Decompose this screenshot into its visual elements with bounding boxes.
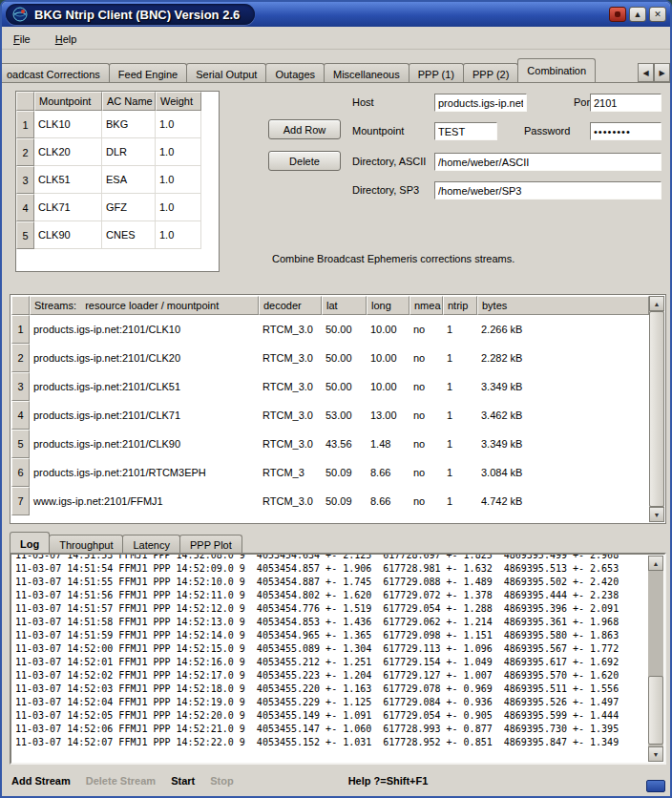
stream-cell[interactable]: products.igs-ip.net:2101/CLK51 xyxy=(30,372,259,401)
host-input[interactable] xyxy=(434,94,527,112)
table-cell[interactable]: CLK71 xyxy=(34,194,102,221)
menu-help[interactable]: Help xyxy=(52,32,81,47)
password-input[interactable] xyxy=(590,122,662,140)
minimize-button[interactable] xyxy=(609,7,626,22)
tab-ppp-2[interactable]: PPP (2) xyxy=(463,63,518,82)
table-cell[interactable]: ESA xyxy=(102,166,156,194)
resize-grip[interactable] xyxy=(646,780,665,792)
add-row-button[interactable]: Add Row xyxy=(268,119,341,139)
stream-cell[interactable]: 1 xyxy=(443,487,477,515)
tab-serial-output[interactable]: Serial Output xyxy=(186,63,266,82)
table-cell[interactable]: 1.0 xyxy=(156,166,201,194)
stream-cell[interactable]: 1 xyxy=(443,315,477,344)
stream-cell[interactable]: no xyxy=(410,315,443,344)
stream-cell[interactable]: RTCM_3.0 xyxy=(259,344,322,372)
stream-cell[interactable]: 3.084 kB xyxy=(477,458,649,487)
stream-cell[interactable]: 8.66 xyxy=(367,458,410,487)
directory-ascii-input[interactable] xyxy=(434,153,662,171)
scrollbar-thumb[interactable] xyxy=(648,676,663,745)
table-cell[interactable]: CLK10 xyxy=(34,111,102,138)
stream-cell[interactable]: 3.462 kB xyxy=(477,401,649,430)
start-button[interactable]: Start xyxy=(171,775,195,787)
table-cell[interactable]: 1.0 xyxy=(156,111,201,138)
tab-outages[interactable]: Outages xyxy=(265,63,325,82)
scroll-down-button[interactable]: ▼ xyxy=(649,507,664,522)
log-scrollbar[interactable]: ▲ ▼ xyxy=(648,556,663,762)
scroll-up-button[interactable]: ▲ xyxy=(648,556,663,571)
stream-cell[interactable]: RTCM_3.0 xyxy=(259,487,322,515)
close-button[interactable]: ✕ xyxy=(649,7,666,22)
stream-cell[interactable]: no xyxy=(410,430,443,458)
streams-scrollbar[interactable]: ▲ ▼ xyxy=(649,296,664,522)
stream-cell[interactable]: 50.00 xyxy=(322,372,367,401)
scroll-down-button[interactable]: ▼ xyxy=(648,746,663,762)
stream-cell[interactable]: 3.349 kB xyxy=(477,372,649,401)
stream-cell[interactable]: products.igs-ip.net:2101/CLK90 xyxy=(30,430,259,458)
stream-cell[interactable]: 1 xyxy=(443,430,477,458)
tab-ppp-1[interactable]: PPP (1) xyxy=(409,63,464,82)
stream-cell[interactable]: 50.00 xyxy=(322,315,367,344)
tab-latency[interactable]: Latency xyxy=(122,535,180,553)
combination-table[interactable]: MountpointAC NameWeight1CLK10BKG1.02CLK2… xyxy=(15,91,220,272)
stream-cell[interactable]: 43.56 xyxy=(322,430,367,458)
tab-throughput[interactable]: Throughput xyxy=(49,535,123,553)
tab-combination[interactable]: Combination xyxy=(517,58,596,82)
table-cell[interactable]: GFZ xyxy=(102,194,156,221)
stream-cell[interactable]: RTCM_3.0 xyxy=(259,372,322,401)
stream-cell[interactable]: 1 xyxy=(443,372,477,401)
scroll-up-button[interactable]: ▲ xyxy=(649,296,664,311)
stream-cell[interactable]: 1.48 xyxy=(367,430,410,458)
delete-button[interactable]: Delete xyxy=(268,151,341,171)
scrollbar-thumb[interactable] xyxy=(649,311,664,507)
stream-cell[interactable]: RTCM_3.0 xyxy=(259,315,322,344)
table-cell[interactable]: CLK51 xyxy=(34,166,102,194)
stream-cell[interactable]: 1 xyxy=(443,458,477,487)
stream-cell[interactable]: products.igs-ip.net:2101/RTCM3EPH xyxy=(30,458,259,487)
tab-ppp-plot[interactable]: PPP Plot xyxy=(179,535,242,553)
stream-cell[interactable]: 10.00 xyxy=(367,344,410,372)
stream-cell[interactable]: products.igs-ip.net:2101/CLK20 xyxy=(30,344,259,372)
stream-cell[interactable]: RTCM_3 xyxy=(259,458,322,487)
scrollbar-track[interactable] xyxy=(648,571,663,746)
log-output[interactable]: 11-03-07 14:51:53 FFMJ1 PPP 14:52:08.0 9… xyxy=(15,553,645,749)
stream-cell[interactable]: 2.282 kB xyxy=(477,344,649,372)
table-cell[interactable]: 1.0 xyxy=(156,194,201,221)
stream-cell[interactable]: 50.09 xyxy=(322,458,367,487)
table-cell[interactable]: 1.0 xyxy=(156,221,201,249)
stream-cell[interactable]: 2.266 kB xyxy=(477,315,649,344)
stream-cell[interactable]: 50.00 xyxy=(322,344,367,372)
mountpoint-input[interactable] xyxy=(434,122,497,140)
stream-cell[interactable]: 50.09 xyxy=(322,487,367,515)
stream-cell[interactable]: 3.349 kB xyxy=(477,430,649,458)
titlebar[interactable]: BKG Ntrip Client (BNC) Version 2.6 ▲ ✕ xyxy=(2,2,670,27)
stream-cell[interactable]: no xyxy=(410,372,443,401)
table-cell[interactable]: CLK20 xyxy=(34,138,102,166)
stream-cell[interactable]: no xyxy=(410,344,443,372)
stream-cell[interactable]: 13.00 xyxy=(367,401,410,430)
menu-file[interactable]: File xyxy=(10,32,34,47)
tab-log[interactable]: Log xyxy=(10,532,50,553)
directory-sp3-input[interactable] xyxy=(434,181,662,200)
stream-cell[interactable]: 10.00 xyxy=(367,372,410,401)
stream-cell[interactable]: RTCM_3.0 xyxy=(259,430,322,458)
stream-cell[interactable]: products.igs-ip.net:2101/CLK10 xyxy=(30,315,259,344)
table-cell[interactable]: BKG xyxy=(102,111,156,138)
stream-cell[interactable]: products.igs-ip.net:2101/CLK71 xyxy=(30,401,259,430)
tab-feed-engine[interactable]: Feed Engine xyxy=(109,63,187,82)
stream-cell[interactable]: 1 xyxy=(443,401,477,430)
stream-cell[interactable]: 10.00 xyxy=(367,315,410,344)
tab-miscellaneous[interactable]: Miscellaneous xyxy=(324,63,410,82)
tab-scroll-right-button[interactable]: ▶ xyxy=(654,63,670,82)
stream-cell[interactable]: no xyxy=(410,458,443,487)
table-cell[interactable]: CLK90 xyxy=(34,221,102,249)
stream-cell[interactable]: 8.66 xyxy=(367,487,410,515)
table-cell[interactable]: CNES xyxy=(102,221,156,249)
stream-cell[interactable]: no xyxy=(410,401,443,430)
tab-oadcast-corrections[interactable]: oadcast Corrections xyxy=(0,63,110,82)
port-input[interactable] xyxy=(590,94,662,112)
stream-cell[interactable]: www.igs-ip.net:2101/FFMJ1 xyxy=(30,487,259,515)
table-cell[interactable]: DLR xyxy=(102,138,156,166)
scrollbar-track[interactable] xyxy=(649,311,664,507)
maximize-button[interactable]: ▲ xyxy=(629,7,646,22)
tab-scroll-left-button[interactable]: ◀ xyxy=(638,63,654,82)
